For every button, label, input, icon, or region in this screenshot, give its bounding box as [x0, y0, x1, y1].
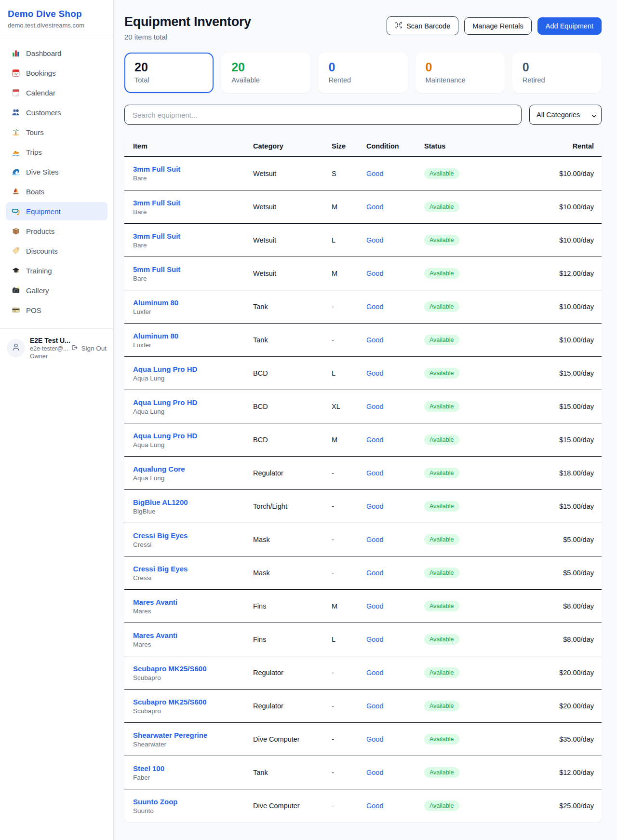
- table-row[interactable]: 3mm Full SuitBareWetsuitMGoodAvailable$1…: [124, 190, 602, 223]
- brand-title[interactable]: Demo Dive Shop: [8, 9, 106, 19]
- table-row[interactable]: Aluminum 80LuxferTank-GoodAvailable$10.0…: [124, 290, 602, 323]
- table-row[interactable]: Scubapro MK25/S600ScubaproRegulator-Good…: [124, 656, 602, 689]
- item-name-link[interactable]: Cressi Big Eyes: [133, 531, 188, 540]
- item-name-link[interactable]: Aqua Lung Pro HD: [133, 432, 197, 440]
- table-row[interactable]: Suunto ZoopSuuntoDive Computer-GoodAvail…: [124, 789, 602, 822]
- item-name-link[interactable]: Aluminum 80: [133, 298, 178, 307]
- table-row[interactable]: 5mm Full SuitBareWetsuitMGoodAvailable$1…: [124, 257, 602, 290]
- condition-link[interactable]: Good: [366, 636, 383, 643]
- add-equipment-button[interactable]: Add Equipment: [537, 17, 602, 35]
- item-name-link[interactable]: Mares Avanti: [133, 598, 177, 606]
- table-row[interactable]: Steel 100FaberTank-GoodAvailable$12.00/d…: [124, 756, 602, 789]
- item-name-link[interactable]: Shearwater Peregrine: [133, 731, 207, 739]
- condition-link[interactable]: Good: [366, 236, 383, 244]
- sidebar-item-pos[interactable]: POS: [6, 301, 107, 319]
- table-row[interactable]: Cressi Big EyesCressiMask-GoodAvailable$…: [124, 556, 602, 589]
- item-name-link[interactable]: Cressi Big Eyes: [133, 565, 188, 573]
- stat-card-maintenance[interactable]: 0Maintenance: [416, 53, 505, 93]
- condition-link[interactable]: Good: [366, 336, 383, 344]
- condition-link[interactable]: Good: [366, 502, 383, 510]
- scan-barcode-button[interactable]: Scan Barcode: [387, 16, 458, 35]
- training-icon: [12, 266, 20, 275]
- table-row[interactable]: Cressi Big EyesCressiMask-GoodAvailable$…: [124, 523, 602, 556]
- category-select[interactable]: All Categories: [529, 105, 602, 125]
- condition-link[interactable]: Good: [366, 203, 383, 211]
- table-row[interactable]: Shearwater PeregrineShearwaterDive Compu…: [124, 722, 602, 756]
- item-name-link[interactable]: Aqualung Core: [133, 465, 185, 473]
- rental-cell: $10.00/day: [526, 203, 594, 211]
- item-name-link[interactable]: Scubapro MK25/S600: [133, 698, 207, 706]
- sidebar-item-products[interactable]: Products: [6, 222, 107, 240]
- condition-link[interactable]: Good: [366, 569, 383, 577]
- sidebar-item-training[interactable]: Training: [6, 261, 107, 280]
- stat-card-retired[interactable]: 0Retired: [512, 53, 602, 93]
- condition-link[interactable]: Good: [366, 303, 383, 311]
- item-name-link[interactable]: 3mm Full Suit: [133, 199, 180, 207]
- sidebar-item-equipment[interactable]: Equipment: [6, 202, 107, 220]
- sidebar-item-bookings[interactable]: 17Bookings: [6, 64, 107, 82]
- condition-cell: Good: [366, 735, 424, 743]
- condition-link[interactable]: Good: [366, 436, 383, 444]
- item-name-link[interactable]: Steel 100: [133, 764, 164, 772]
- table-row[interactable]: 3mm Full SuitBareWetsuitSGoodAvailable$1…: [124, 157, 602, 190]
- condition-link[interactable]: Good: [366, 469, 383, 477]
- table-row[interactable]: Aqua Lung Pro HDAqua LungBCDLGoodAvailab…: [124, 356, 602, 390]
- item-name-link[interactable]: Aqua Lung Pro HD: [133, 398, 197, 406]
- sidebar-item-gallery[interactable]: Gallery: [6, 281, 107, 299]
- sidebar-item-dive-sites[interactable]: Dive Sites: [6, 163, 107, 181]
- condition-link[interactable]: Good: [366, 669, 383, 677]
- item-name-link[interactable]: Scubapro MK25/S600: [133, 664, 207, 673]
- item-brand: Aqua Lung: [133, 474, 253, 482]
- rental-cell: $25.00/day: [526, 802, 594, 810]
- sidebar-item-customers[interactable]: Customers: [6, 103, 107, 122]
- size-cell: L: [332, 236, 366, 244]
- condition-link[interactable]: Good: [366, 170, 383, 177]
- item-name-link[interactable]: 3mm Full Suit: [133, 232, 180, 240]
- table-row[interactable]: BigBlue AL1200BigBlueTorch/Light-GoodAva…: [124, 489, 602, 523]
- table-row[interactable]: Mares AvantiMaresFinsMGoodAvailable$8.00…: [124, 589, 602, 623]
- sidebar-item-tours[interactable]: Tours: [6, 123, 107, 141]
- table-row[interactable]: Aqua Lung Pro HDAqua LungBCDMGoodAvailab…: [124, 423, 602, 456]
- item-cell: Aluminum 80Luxfer: [133, 332, 253, 349]
- item-brand: Aqua Lung: [133, 375, 253, 382]
- table-row[interactable]: Aqua Lung Pro HDAqua LungBCDXLGoodAvaila…: [124, 390, 602, 423]
- table-row[interactable]: Scubapro MK25/S600ScubaproRegulator-Good…: [124, 689, 602, 722]
- condition-link[interactable]: Good: [366, 769, 383, 776]
- item-name-link[interactable]: BigBlue AL1200: [133, 498, 188, 506]
- sidebar-item-dashboard[interactable]: Dashboard: [6, 44, 107, 62]
- item-name-link[interactable]: Aluminum 80: [133, 332, 178, 340]
- item-name-link[interactable]: 3mm Full Suit: [133, 165, 180, 173]
- table-row[interactable]: Aqualung CoreAqua LungRegulator-GoodAvai…: [124, 456, 602, 489]
- item-name-link[interactable]: Suunto Zoop: [133, 798, 177, 806]
- item-cell: 3mm Full SuitBare: [133, 165, 253, 182]
- condition-link[interactable]: Good: [366, 403, 383, 410]
- item-name-link[interactable]: Mares Avanti: [133, 631, 177, 639]
- condition-link[interactable]: Good: [366, 536, 383, 543]
- sidebar-item-discounts[interactable]: Discounts: [6, 242, 107, 260]
- table-row[interactable]: 3mm Full SuitBareWetsuitLGoodAvailable$1…: [124, 223, 602, 257]
- condition-link[interactable]: Good: [366, 702, 383, 710]
- sign-out-button[interactable]: Sign Out: [70, 344, 107, 353]
- calendar-icon: [12, 88, 20, 97]
- stat-card-rented[interactable]: 0Rented: [318, 53, 407, 93]
- condition-link[interactable]: Good: [366, 802, 383, 810]
- sidebar-item-label: Dive Sites: [26, 168, 59, 176]
- status-cell: Available: [424, 800, 526, 811]
- table-row[interactable]: Mares AvantiMaresFinsLGoodAvailable$8.00…: [124, 623, 602, 656]
- sidebar-item-trips[interactable]: Trips: [6, 143, 107, 161]
- search-input[interactable]: [124, 105, 522, 125]
- manage-rentals-button[interactable]: Manage Rentals: [464, 17, 532, 35]
- stat-card-total[interactable]: 20Total: [124, 53, 214, 93]
- item-name-link[interactable]: 5mm Full Suit: [133, 265, 180, 273]
- sidebar-item-calendar[interactable]: Calendar: [6, 83, 107, 102]
- condition-link[interactable]: Good: [366, 735, 383, 743]
- condition-link[interactable]: Good: [366, 270, 383, 277]
- sidebar-item-boats[interactable]: Boats: [6, 182, 107, 201]
- item-name-link[interactable]: Aqua Lung Pro HD: [133, 365, 197, 373]
- stat-card-available[interactable]: 20Available: [221, 53, 310, 93]
- condition-link[interactable]: Good: [366, 602, 383, 610]
- sidebar-item-label: Training: [26, 267, 52, 275]
- table-row[interactable]: Aluminum 80LuxferTank-GoodAvailable$10.0…: [124, 323, 602, 356]
- user-role: Owner: [30, 353, 66, 360]
- condition-link[interactable]: Good: [366, 369, 383, 377]
